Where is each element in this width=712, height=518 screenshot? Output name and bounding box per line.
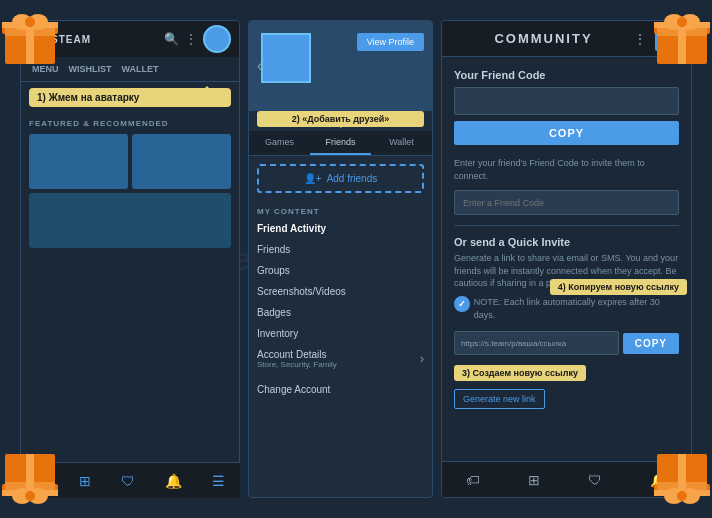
account-details-text: Account Details Store, Security, Family xyxy=(257,349,337,369)
nav-wallet[interactable]: WALLET xyxy=(117,61,164,77)
profile-tabs: Games Friends Wallet xyxy=(249,131,432,156)
community-bottom-bookmark-icon[interactable]: 🏷 xyxy=(466,472,480,488)
steam-nav: MENU WISHLIST WALLET xyxy=(21,57,239,82)
warning-line1: NOTE: Each link xyxy=(474,297,541,307)
user-avatar[interactable] xyxy=(203,25,231,53)
account-details-sub: Store, Security, Family xyxy=(257,360,337,369)
tab-friends[interactable]: Friends xyxy=(310,131,371,155)
steam-logo-text: STEAM xyxy=(51,34,91,45)
tooltip-step4-wrapper: 4) Копируем новую ссылку xyxy=(550,276,687,295)
bottom-menu-icon[interactable]: ☰ xyxy=(212,473,225,489)
profile-panel: ‹ View Profile 2) «Добавить друзей» Game… xyxy=(248,20,433,498)
profile-header: ‹ View Profile xyxy=(249,21,432,111)
bottom-bell-icon[interactable]: 🔔 xyxy=(165,473,182,489)
profile-avatar-large xyxy=(261,33,311,83)
community-title: COMMUNITY xyxy=(454,31,633,46)
tooltip-avatar: 1) Жмем на аватарку xyxy=(29,88,231,107)
invite-description: Enter your friend's Friend Code to invit… xyxy=(454,157,679,182)
featured-label: FEATURED & RECOMMENDED xyxy=(29,119,231,128)
change-account-label[interactable]: Change Account xyxy=(257,384,330,395)
community-panel: COMMUNITY ⋮ Your Friend Code COPY Enter … xyxy=(441,20,692,498)
friend-code-copy-button[interactable]: COPY xyxy=(454,121,679,145)
add-friends-label: Add friends xyxy=(327,173,378,184)
add-friends-button[interactable]: 👤+ Add friends xyxy=(257,164,424,193)
link-url-display: https://s.team/p/ваша/ссылка xyxy=(454,331,619,355)
enter-friend-code-input[interactable] xyxy=(454,190,679,215)
content-item-groups[interactable]: Groups xyxy=(249,260,432,281)
community-bottom-nav: 🏷 ⊞ 🛡 🔔 xyxy=(442,461,691,497)
friend-code-input[interactable] xyxy=(454,87,679,115)
featured-item-2 xyxy=(132,134,231,189)
community-header: COMMUNITY ⋮ xyxy=(442,21,691,57)
view-profile-button[interactable]: View Profile xyxy=(357,33,424,51)
content-item-screenshots[interactable]: Screenshots/Videos xyxy=(249,281,432,302)
community-content: Your Friend Code COPY Enter your friend'… xyxy=(442,57,691,461)
quick-invite-copy-button[interactable]: COPY xyxy=(623,333,679,354)
featured-item-1 xyxy=(29,134,128,189)
account-details[interactable]: Account Details Store, Security, Family … xyxy=(249,344,432,374)
search-icon[interactable]: 🔍 xyxy=(164,32,179,46)
content-item-badges[interactable]: Badges xyxy=(249,302,432,323)
generate-link-button[interactable]: Generate new link xyxy=(454,389,545,409)
my-content-label: MY CONTENT xyxy=(249,201,432,218)
add-friends-icon: 👤+ xyxy=(304,173,322,184)
steam-titlebar: S STEAM 🔍 ⋮ xyxy=(21,21,239,57)
content-item-inventory[interactable]: Inventory xyxy=(249,323,432,344)
steam-logo-icon: S xyxy=(29,30,47,48)
steam-bottom-nav: 🏷 ⊞ 🛡 🔔 ☰ xyxy=(20,462,240,498)
featured-grid xyxy=(29,134,231,248)
friend-code-section: Your Friend Code COPY xyxy=(454,69,679,145)
divider xyxy=(454,225,679,226)
account-details-label: Account Details xyxy=(257,349,337,360)
quick-invite-title: Or send a Quick Invite xyxy=(454,236,679,248)
steam-panel: S STEAM 🔍 ⋮ MENU WISHLIST WALLET 1) Жмем… xyxy=(20,20,240,498)
link-copy-row: https://s.team/p/ваша/ссылка COPY 3) Соз… xyxy=(454,331,679,355)
tooltip-step3: 3) Создаем новую ссылку xyxy=(454,365,586,381)
community-bottom-bell-icon[interactable]: 🔔 xyxy=(650,472,667,488)
tooltip-add-friends: 2) «Добавить друзей» xyxy=(257,111,424,127)
change-account-item: Change Account xyxy=(249,374,432,402)
bottom-bookmark-icon[interactable]: 🏷 xyxy=(35,473,49,489)
step-check-icon: ✓ xyxy=(454,296,470,312)
nav-menu[interactable]: MENU xyxy=(27,61,64,77)
tooltip-step4: 4) Копируем новую ссылку xyxy=(550,279,687,295)
tooltip-step3-wrapper: 3) Создаем новую ссылку xyxy=(454,362,586,381)
tab-games[interactable]: Games xyxy=(249,131,310,155)
community-menu-icon[interactable]: ⋮ xyxy=(633,31,647,47)
nav-wishlist[interactable]: WISHLIST xyxy=(64,61,117,77)
steam-logo: S STEAM xyxy=(29,30,91,48)
featured-section: FEATURED & RECOMMENDED xyxy=(21,113,239,254)
steam-menu-icon[interactable]: ⋮ xyxy=(185,32,197,46)
tab-wallet[interactable]: Wallet xyxy=(371,131,432,155)
content-item-friends[interactable]: Friends xyxy=(249,239,432,260)
account-arrow-icon: › xyxy=(420,352,424,366)
featured-item-large xyxy=(29,193,231,248)
friend-code-label: Your Friend Code xyxy=(454,69,679,81)
community-bottom-grid-icon[interactable]: ⊞ xyxy=(528,472,540,488)
steam-title-actions: 🔍 ⋮ xyxy=(164,25,231,53)
community-bottom-shield-icon[interactable]: 🛡 xyxy=(588,472,602,488)
content-list: Friend Activity Friends Groups Screensho… xyxy=(249,218,432,344)
content-item-friend-activity[interactable]: Friend Activity xyxy=(249,218,432,239)
bottom-grid-icon[interactable]: ⊞ xyxy=(79,473,91,489)
warning-text: NOTE: Each link automatically expires af… xyxy=(474,296,679,321)
community-avatar xyxy=(655,27,679,51)
bottom-shield-icon[interactable]: 🛡 xyxy=(121,473,135,489)
